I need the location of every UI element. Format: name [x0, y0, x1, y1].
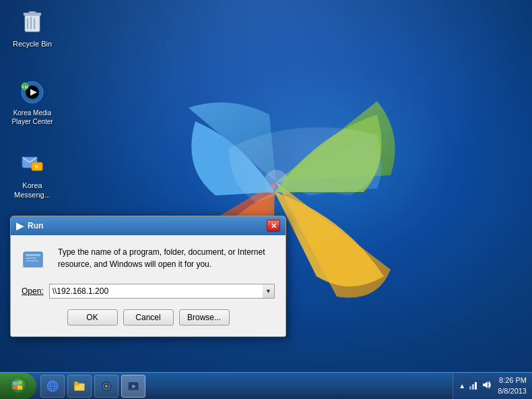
run-icon [22, 246, 50, 274]
recycle-bin-image [19, 9, 46, 36]
clock-date: 8/8/2013 [498, 386, 527, 396]
run-open-label: Open: [22, 286, 44, 296]
svg-text:KM: KM [22, 85, 28, 89]
svg-text:K: K [35, 164, 39, 170]
korea-messenger-image: K [19, 151, 46, 178]
system-clock[interactable]: 8:26 PM 8/8/2013 [498, 375, 527, 396]
run-title-text: Run [28, 221, 267, 231]
svg-marker-48 [483, 381, 488, 388]
svg-rect-7 [29, 11, 36, 13]
run-dropdown-button[interactable]: ▼ [263, 284, 275, 299]
tray-icons: ▲ [459, 379, 492, 392]
svg-rect-27 [18, 381, 22, 384]
taskbar-media-button[interactable] [94, 375, 119, 398]
start-button[interactable] [0, 373, 36, 400]
svg-rect-44 [129, 388, 139, 390]
run-description: Type the name of a program, folder, docu… [58, 246, 265, 270]
taskbar-right: ▲ [453, 373, 532, 399]
svg-rect-46 [472, 384, 474, 390]
korea-messenger-label: Korea Messeng... [8, 181, 57, 200]
taskbar-explorer-button[interactable] [67, 375, 92, 398]
svg-rect-45 [469, 386, 471, 390]
svg-rect-22 [26, 257, 36, 259]
svg-rect-21 [26, 254, 40, 256]
korea-media-player-label: Korea Media Player Center [8, 109, 57, 126]
svg-rect-29 [18, 386, 22, 390]
run-cancel-button[interactable]: Cancel [123, 309, 174, 326]
taskbar-ie-button[interactable] [40, 375, 65, 398]
korea-messenger-icon[interactable]: K Korea Messeng... [5, 148, 59, 203]
run-body: Type the name of a program, folder, docu… [11, 235, 286, 336]
desktop: Recycle Bin KM Korea Media Player Center… [0, 0, 532, 399]
run-input[interactable] [49, 284, 275, 299]
svg-rect-28 [13, 386, 17, 389]
run-titlebar: ▶ Run ✕ [11, 216, 286, 235]
run-ok-button[interactable]: OK [67, 309, 118, 326]
run-open-row: Open: ▼ [22, 284, 275, 299]
run-title-icon: ▶ [16, 220, 24, 231]
run-content-area: Type the name of a program, folder, docu… [22, 246, 275, 274]
recycle-bin-label: Recycle Bin [13, 39, 52, 49]
run-browse-button[interactable]: Browse... [179, 309, 230, 326]
korea-media-player-icon[interactable]: KM Korea Media Player Center [5, 76, 59, 129]
run-close-button[interactable]: ✕ [267, 220, 280, 232]
run-input-wrapper: ▼ [49, 284, 275, 299]
tray-volume-icon[interactable] [481, 379, 492, 392]
taskbar: ▲ [0, 372, 532, 399]
tray-notification-button[interactable]: ▲ [459, 382, 465, 390]
run-dialog: ▶ Run ✕ Type the name of a program [10, 216, 286, 337]
svg-rect-37 [75, 381, 78, 383]
recycle-bin-icon[interactable]: Recycle Bin [5, 7, 59, 51]
tray-network-icon[interactable] [468, 379, 479, 392]
clock-time: 8:26 PM [498, 375, 527, 386]
svg-rect-26 [13, 381, 17, 385]
svg-rect-47 [475, 382, 477, 390]
taskbar-kmplayer-button[interactable] [121, 375, 145, 398]
svg-rect-23 [26, 260, 38, 262]
run-buttons-row: OK Cancel Browse... [22, 309, 275, 326]
korea-media-player-image: KM [19, 79, 46, 106]
